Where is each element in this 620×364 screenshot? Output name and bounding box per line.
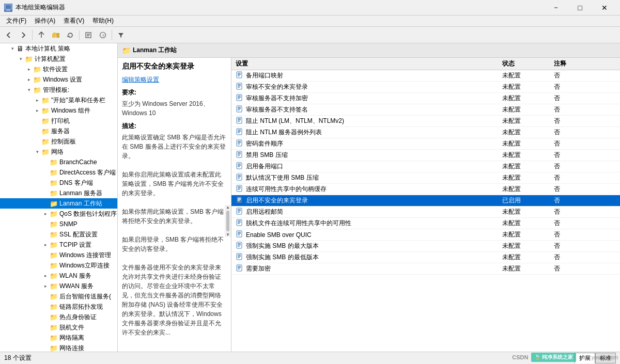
- svg-rect-79: [238, 268, 240, 270]
- svg-rect-27: [238, 121, 240, 122]
- settings-row[interactable]: 需要加密未配置否: [231, 263, 620, 275]
- row-note: 否: [554, 139, 616, 148]
- forward-button[interactable]: [17, 28, 30, 42]
- svg-rect-50: [238, 188, 241, 189]
- row-note: 否: [554, 230, 616, 239]
- settings-row[interactable]: 连续可用性共享中的句柄缓存未配置否: [231, 184, 620, 195]
- tree-item-software[interactable]: ▸ 📁 软件设置: [0, 64, 117, 74]
- settings-row[interactable]: 禁用 SMB 压缩未配置否: [231, 150, 620, 161]
- tree-item-windows-components[interactable]: ▸ 📁 Windows 组件: [0, 105, 117, 116]
- svg-rect-53: [238, 198, 241, 199]
- expand-icon[interactable]: ▸: [41, 211, 50, 216]
- tree-item-snmp[interactable]: ▸ 📁 SNMP: [0, 219, 117, 229]
- svg-rect-1: [6, 10, 10, 11]
- settings-row[interactable]: 启用不安全的来宾登录已启用否: [231, 195, 620, 207]
- edit-policy-link[interactable]: 编辑策略设置: [122, 76, 159, 83]
- menu-file[interactable]: 文件(F): [2, 15, 30, 26]
- settings-row[interactable]: 阻止 NTLM 服务器例外列表未配置否: [231, 127, 620, 138]
- tree-item-lanman-workstation[interactable]: ▸ 📁 Lanman 工作站: [0, 198, 117, 209]
- settings-row[interactable]: Enable SMB over QUIC未配置否: [231, 229, 620, 241]
- expand-icon[interactable]: ▸: [41, 273, 50, 278]
- tree-item-dns[interactable]: ▸ 📁 DNS 客户端: [0, 178, 117, 188]
- expand-icon[interactable]: ▾: [8, 46, 17, 51]
- row-note: 否: [554, 185, 616, 194]
- settings-row[interactable]: 启用远程邮简未配置否: [231, 207, 620, 218]
- settings-row[interactable]: 审核不安全的来宾登录未配置否: [231, 82, 620, 93]
- menu-action[interactable]: 操作(A): [30, 15, 59, 26]
- tree-item-background[interactable]: ▸ 📁 后台智能传送服务(: [0, 291, 117, 302]
- tree-item-admin-templates[interactable]: ▾ 📁 管理模板:: [0, 85, 117, 95]
- settings-row[interactable]: 审核服务器不支持加密未配置否: [231, 93, 620, 104]
- tree-item-branchcache[interactable]: ▸ 📁 BranchCache: [0, 157, 117, 167]
- svg-rect-34: [238, 143, 241, 144]
- settings-row[interactable]: 启用备用端口未配置否: [231, 161, 620, 172]
- minimize-button[interactable]: －: [544, 0, 567, 15]
- settings-row[interactable]: 默认情况下使用 SMB 压缩未配置否: [231, 172, 620, 184]
- folder-button[interactable]: [49, 28, 63, 42]
- tree-item-network-isolation[interactable]: ▸ 📁 网络隔离: [0, 333, 117, 343]
- settings-row[interactable]: 强制实施 SMB 的最大版本未配置否: [231, 241, 620, 252]
- expand-icon[interactable]: ▸: [41, 242, 50, 247]
- expand-icon[interactable]: ▸: [33, 108, 41, 113]
- help-button[interactable]: ?: [96, 28, 110, 42]
- tree-item-ssl[interactable]: ▸ 📁 SSL 配置设置: [0, 229, 117, 240]
- settings-row[interactable]: 备用端口映射未配置否: [231, 70, 620, 82]
- tree-item-hotspot[interactable]: ▸ 📁 热点身份验证: [0, 312, 117, 322]
- folder-icon: 📁: [41, 117, 50, 125]
- tree-item-directaccess[interactable]: ▸ 📁 DirectAccess 客户端: [0, 167, 117, 178]
- tree-item-windows-settings[interactable]: ▸ 📁 Windows 设置: [0, 74, 117, 85]
- folder-icon: 📁: [33, 66, 41, 73]
- tree-item-lanman-server[interactable]: ▸ 📁 Lanman 服务器: [0, 188, 117, 198]
- settings-row[interactable]: 强制实施 SMB 的最低版本未配置否: [231, 252, 620, 263]
- expand-icon[interactable]: ▾: [33, 149, 41, 154]
- tree-item-local-policy[interactable]: ▾ 🖥 本地计算机 策略: [0, 43, 117, 54]
- req-text: 至少为 Windows Server 2016、Windows 10: [122, 99, 227, 118]
- settings-row[interactable]: 审核服务器不支持签名未配置否: [231, 104, 620, 116]
- menu-view[interactable]: 查看(V): [59, 15, 88, 26]
- export-button[interactable]: [82, 28, 95, 42]
- tree-item-computer-config[interactable]: ▾ 📁 计算机配置: [0, 54, 117, 64]
- tree-item-printer[interactable]: ▸ 📁 打印机: [0, 116, 117, 126]
- close-button[interactable]: ✕: [593, 0, 616, 15]
- folder-icon: 📁: [50, 262, 58, 270]
- tree-item-network-conn2[interactable]: ▸ 📁 网络连接: [0, 343, 117, 352]
- expand-icon[interactable]: ▸: [41, 283, 50, 289]
- expand-icon[interactable]: ▾: [25, 87, 33, 92]
- svg-rect-62: [238, 222, 241, 223]
- menu-help[interactable]: 帮助(H): [88, 15, 118, 26]
- tree-item-tcpip[interactable]: ▸ 📁 TCPIP 设置: [0, 240, 117, 250]
- tree-item-wlan[interactable]: ▸ 📁 WLAN 服务: [0, 271, 117, 281]
- refresh-button[interactable]: [64, 28, 77, 42]
- up-button[interactable]: [35, 28, 48, 42]
- svg-rect-19: [238, 98, 240, 99]
- svg-rect-35: [238, 144, 240, 145]
- settings-count: 18 个设置: [4, 354, 32, 362]
- tree-item-server[interactable]: ▸ 📁 服务器: [0, 126, 117, 136]
- tree-item-qos[interactable]: ▸ 📁 QoS 数据包计划程序: [0, 209, 117, 219]
- policy-icon: [236, 94, 243, 103]
- expand-icon[interactable]: ▸: [25, 67, 33, 72]
- row-name: 审核不安全的来宾登录: [246, 83, 502, 91]
- tree-item-network[interactable]: ▾ 📁 网络: [0, 147, 117, 157]
- back-button[interactable]: [2, 28, 16, 42]
- settings-row[interactable]: 阻止 NTLM (LM、NTLM、NTLMv2)未配置否: [231, 116, 620, 127]
- expand-icon[interactable]: ▾: [17, 56, 25, 61]
- tree-item-offline[interactable]: ▸ 📁 脱机文件: [0, 322, 117, 333]
- settings-row[interactable]: 脱机文件在连续可用性共享中的可用性未配置否: [231, 218, 620, 229]
- tree-item-win-connections[interactable]: ▸ 📁 Windows 连接管理: [0, 250, 117, 260]
- filter-button[interactable]: [114, 28, 128, 42]
- maximize-button[interactable]: □: [568, 0, 592, 15]
- expand-icon[interactable]: ▸: [33, 98, 41, 103]
- tree-label: Windows 组件: [51, 106, 90, 115]
- tree-item-win-connect-now[interactable]: ▸ 📁 Windows立即连接: [0, 260, 117, 271]
- expand-icon[interactable]: ▸: [25, 77, 33, 82]
- tree-item-wwan[interactable]: ▸ 📁 WWAN 服务: [0, 281, 117, 291]
- settings-row[interactable]: 密码套件顺序未配置否: [231, 138, 620, 150]
- tree-item-link-layer[interactable]: ▸ 📁 链路层拓扑发现: [0, 302, 117, 312]
- tree-label: 计算机配置: [35, 55, 66, 64]
- tree-item-start-menu[interactable]: ▸ 📁 "开始"菜单和任务栏: [0, 95, 117, 105]
- tree-item-control-panel[interactable]: ▸ 📁 控制面板: [0, 136, 117, 147]
- svg-rect-67: [238, 234, 240, 235]
- row-status: 未配置: [502, 139, 554, 148]
- row-name: 脱机文件在连续可用性共享中的可用性: [246, 219, 502, 228]
